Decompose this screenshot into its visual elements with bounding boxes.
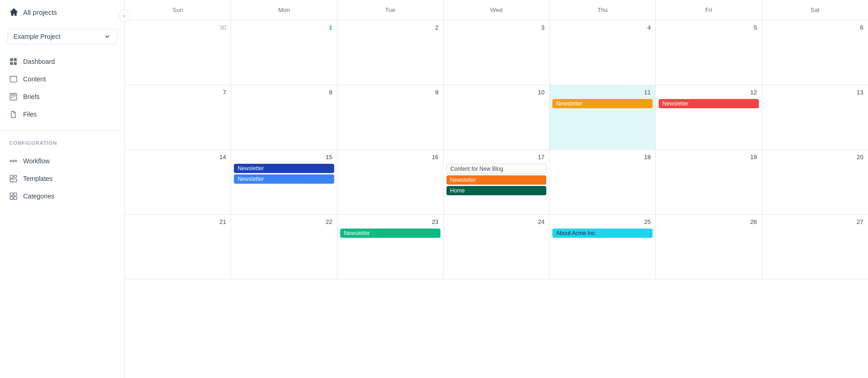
- calendar-day[interactable]: 18: [550, 150, 656, 215]
- svg-rect-11: [10, 193, 13, 196]
- event-newsletter[interactable]: Newsletter: [446, 175, 547, 185]
- sidebar-item-dashboard[interactable]: Dashboard: [0, 53, 124, 70]
- calendar-day[interactable]: 2: [337, 20, 443, 85]
- sidebar-item-briefs[interactable]: Briefs: [0, 88, 124, 105]
- project-selector[interactable]: Example Project: [7, 29, 117, 44]
- svg-rect-4: [10, 76, 17, 82]
- day-number: 18: [552, 153, 653, 162]
- calendar-day[interactable]: 22: [231, 215, 337, 279]
- calendar-day[interactable]: 12 Newsletter: [656, 85, 762, 150]
- day-number: 12: [659, 88, 759, 98]
- event-about-acme[interactable]: About Acme Inc.: [552, 229, 653, 238]
- day-number: 20: [765, 153, 865, 162]
- day-number: 19: [659, 153, 759, 162]
- sidebar-label: Briefs: [23, 93, 40, 100]
- svg-rect-9: [14, 175, 17, 178]
- config-nav: Workflow Templates Categories: [0, 149, 124, 209]
- header-fri: Fri: [656, 0, 762, 20]
- event-home[interactable]: Home: [446, 186, 547, 195]
- sidebar-label: Content: [23, 75, 46, 83]
- svg-rect-12: [14, 193, 17, 196]
- calendar-day[interactable]: 20: [762, 150, 868, 215]
- event-newsletter[interactable]: Newsletter: [552, 99, 653, 108]
- all-projects-link[interactable]: All projects: [0, 0, 124, 24]
- day-number: 1: [234, 23, 334, 33]
- calendar-day[interactable]: 23 Newsletter: [337, 215, 443, 279]
- svg-rect-3: [14, 62, 17, 65]
- day-number: 15: [234, 153, 334, 162]
- config-section-label: CONFIGURATION: [0, 135, 124, 149]
- calendar-week-row: 7 8 9 10 11 Newsletter 12 Newsletter 13: [125, 85, 868, 150]
- day-number: 21: [128, 217, 228, 227]
- svg-rect-8: [10, 175, 13, 178]
- calendar-container: Sun Mon Tue Wed Thu Fri Sat 30 1 2 3 4: [125, 0, 868, 378]
- home-icon: [9, 7, 18, 17]
- sidebar-item-categories[interactable]: Categories: [0, 187, 124, 205]
- calendar-day[interactable]: 27: [762, 215, 868, 279]
- sidebar-collapse-button[interactable]: ‹: [118, 9, 131, 22]
- event-newsletter[interactable]: Newsletter: [234, 164, 334, 173]
- day-number: 16: [340, 153, 440, 162]
- day-number: 4: [552, 23, 653, 33]
- calendar-week-row: 21 22 23 Newsletter 24 25 About Acme Inc…: [125, 215, 868, 279]
- workflow-icon: [9, 157, 18, 165]
- sidebar-item-templates[interactable]: Templates: [0, 170, 124, 187]
- calendar-day[interactable]: 14: [125, 150, 231, 215]
- header-mon: Mon: [231, 0, 337, 20]
- sidebar-item-workflow[interactable]: Workflow: [0, 152, 124, 170]
- sidebar-item-content[interactable]: Content: [0, 70, 124, 88]
- calendar-day[interactable]: 9: [337, 85, 443, 150]
- day-number: 27: [765, 217, 865, 227]
- calendar-day[interactable]: 8: [231, 85, 337, 150]
- calendar-week-row: 30 1 2 3 4 5 6: [125, 20, 868, 85]
- day-number: 7: [128, 88, 228, 98]
- header-thu: Thu: [550, 0, 656, 20]
- event-newsletter[interactable]: Newsletter: [659, 99, 759, 108]
- day-number: 14: [128, 153, 228, 162]
- main-nav: Dashboard Content Briefs Files: [0, 49, 124, 127]
- calendar-day[interactable]: 5: [656, 20, 762, 85]
- calendar-day[interactable]: 13: [762, 85, 868, 150]
- calendar-day[interactable]: 21: [125, 215, 231, 279]
- calendar-day[interactable]: 1: [231, 20, 337, 85]
- calendar-day[interactable]: 6: [762, 20, 868, 85]
- nav-divider: [0, 130, 124, 131]
- svg-rect-13: [10, 197, 13, 199]
- calendar-day[interactable]: 17 Content for New Blog Newsletter Home: [443, 150, 550, 215]
- calendar-day[interactable]: 10: [443, 85, 550, 150]
- calendar-day[interactable]: 26: [656, 215, 762, 279]
- briefs-icon: [9, 93, 18, 101]
- svg-rect-1: [14, 58, 17, 61]
- day-number: 2: [340, 23, 440, 33]
- sidebar-item-files[interactable]: Files: [0, 105, 124, 123]
- dashboard-icon: [9, 57, 18, 66]
- day-number: 24: [446, 217, 547, 227]
- calendar-header-row: Sun Mon Tue Wed Thu Fri Sat: [125, 0, 868, 20]
- calendar-day day-highlight[interactable]: 11 Newsletter: [550, 85, 656, 150]
- event-newsletter[interactable]: Newsletter: [234, 174, 334, 184]
- day-number: 17: [446, 153, 547, 162]
- sidebar: All projects Example Project Dashboard C…: [0, 0, 125, 378]
- templates-icon: [9, 174, 18, 183]
- svg-rect-14: [14, 197, 17, 199]
- calendar-day[interactable]: 4: [550, 20, 656, 85]
- header-tue: Tue: [337, 0, 443, 20]
- calendar-day[interactable]: 3: [443, 20, 550, 85]
- svg-rect-0: [10, 58, 13, 61]
- header-sat: Sat: [762, 0, 868, 20]
- calendar-day[interactable]: 15 Newsletter Newsletter: [231, 150, 337, 215]
- event-content-for-new-blog[interactable]: Content for New Blog: [446, 164, 547, 174]
- day-number: 23: [340, 217, 440, 227]
- sidebar-label: Templates: [23, 175, 53, 182]
- calendar-day[interactable]: 7: [125, 85, 231, 150]
- event-newsletter[interactable]: Newsletter: [340, 229, 440, 238]
- calendar-day[interactable]: 16: [337, 150, 443, 215]
- day-number: 9: [340, 88, 440, 98]
- day-number: 22: [234, 217, 334, 227]
- main-content: Sun Mon Tue Wed Thu Fri Sat 30 1 2 3 4: [125, 0, 868, 378]
- calendar-day[interactable]: 24: [443, 215, 550, 279]
- calendar-day[interactable]: 19: [656, 150, 762, 215]
- calendar-day[interactable]: 25 About Acme Inc.: [550, 215, 656, 279]
- day-number: 10: [446, 88, 547, 98]
- calendar-day[interactable]: 30: [125, 20, 231, 85]
